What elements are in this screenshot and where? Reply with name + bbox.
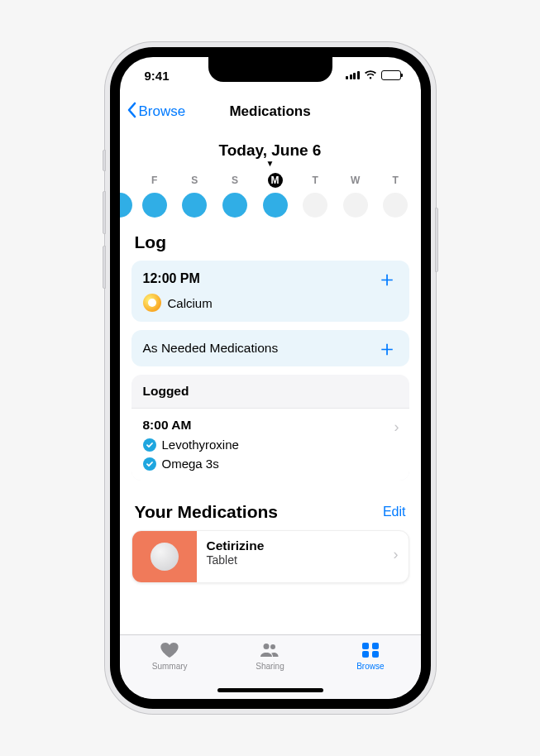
day-label: T xyxy=(308,173,323,188)
volume-down-button xyxy=(103,246,106,289)
check-icon xyxy=(143,438,156,452)
day-wed[interactable]: W xyxy=(335,173,375,218)
tab-label: Summary xyxy=(152,662,188,671)
logged-med-name: Levothyroxine xyxy=(162,438,239,452)
logged-med-row: Omega 3s xyxy=(143,457,398,471)
as-needed-card[interactable]: As Needed Medications ＋ xyxy=(131,330,409,366)
screen: 9:41 Browse Medications xyxy=(120,57,421,699)
day-mon[interactable]: M xyxy=(255,173,295,218)
heart-icon xyxy=(159,640,180,660)
day-dot xyxy=(383,193,408,218)
battery-icon xyxy=(381,70,401,80)
day-dot xyxy=(182,193,207,218)
chevron-right-icon: › xyxy=(394,546,399,563)
wifi-icon xyxy=(364,69,377,83)
your-meds-heading: Your Medications xyxy=(135,502,278,522)
day-label: S xyxy=(187,173,202,188)
logged-med-row: Levothyroxine xyxy=(143,438,398,452)
scroll-content[interactable]: Today, June 6 ▼ F S S xyxy=(120,130,421,634)
dose-time: 12:00 PM xyxy=(143,271,200,286)
add-as-needed-button[interactable]: ＋ xyxy=(376,340,398,356)
logged-header: Logged xyxy=(131,375,409,409)
as-needed-label: As Needed Medications xyxy=(143,341,279,356)
day-thu[interactable]: T xyxy=(375,173,416,218)
day-dot xyxy=(142,193,167,218)
day-dot xyxy=(263,193,288,218)
nav-bar: Browse Medications xyxy=(120,93,421,130)
svg-rect-3 xyxy=(372,651,379,658)
chevron-right-icon: › xyxy=(394,419,399,436)
medication-name: Cetirizine xyxy=(207,538,399,553)
tab-summary[interactable]: Summary xyxy=(120,640,220,671)
phone-frame: 9:41 Browse Medications xyxy=(105,42,436,714)
day-label: F xyxy=(147,173,162,188)
logged-med-name: Omega 3s xyxy=(162,457,219,471)
check-icon xyxy=(143,457,156,471)
med-name: Calcium xyxy=(168,296,213,310)
cellular-icon xyxy=(346,71,360,79)
pill-icon xyxy=(143,294,161,312)
mute-switch xyxy=(103,150,106,171)
home-indicator[interactable] xyxy=(217,688,323,692)
tab-bar: Summary Sharing Browse xyxy=(120,634,421,699)
med-row[interactable]: Calcium xyxy=(143,294,398,312)
tab-sharing[interactable]: Sharing xyxy=(220,640,320,671)
grid-icon xyxy=(360,640,381,660)
people-icon xyxy=(259,640,280,660)
day-fri[interactable]: F xyxy=(135,173,175,218)
tab-label: Browse xyxy=(356,662,384,671)
tablet-icon xyxy=(151,543,179,571)
upcoming-dose-card[interactable]: 12:00 PM ＋ Calcium xyxy=(131,261,409,322)
page-title: Medications xyxy=(229,103,310,120)
medication-form: Tablet xyxy=(207,553,399,567)
svg-rect-2 xyxy=(362,651,369,658)
day-label: M xyxy=(268,173,283,188)
logged-card[interactable]: Logged › 8:00 AM Levothyroxine Omega 3s xyxy=(131,375,409,481)
power-button xyxy=(435,208,438,272)
day-sun[interactable]: S xyxy=(215,173,256,218)
day-label: T xyxy=(388,173,403,188)
day-sat[interactable]: S xyxy=(174,173,215,218)
day-dot xyxy=(343,193,368,218)
chevron-left-icon xyxy=(127,102,136,122)
notch xyxy=(208,57,332,82)
caret-down-icon: ▼ xyxy=(120,161,421,166)
svg-rect-0 xyxy=(362,643,369,649)
day-dot xyxy=(303,193,327,218)
date-heading: Today, June 6 xyxy=(120,141,421,160)
back-button[interactable]: Browse xyxy=(127,93,186,130)
logged-time: 8:00 AM xyxy=(143,418,398,433)
tab-label: Sharing xyxy=(256,662,284,671)
medication-image xyxy=(132,531,197,582)
day-tue[interactable]: T xyxy=(295,173,336,218)
svg-rect-1 xyxy=(372,643,379,649)
log-heading: Log xyxy=(120,218,421,261)
medication-card[interactable]: › Cetirizine Tablet xyxy=(131,530,409,583)
week-strip[interactable]: F S S M T xyxy=(120,170,421,218)
day-dot-prev xyxy=(120,193,132,218)
add-dose-button[interactable]: ＋ xyxy=(376,270,398,287)
edit-button[interactable]: Edit xyxy=(383,505,406,519)
tab-browse[interactable]: Browse xyxy=(320,640,420,671)
day-dot xyxy=(222,193,247,218)
day-label: W xyxy=(348,173,363,188)
volume-up-button xyxy=(103,191,106,234)
day-label: S xyxy=(227,173,242,188)
status-time: 9:41 xyxy=(145,69,170,83)
back-label: Browse xyxy=(139,103,186,120)
